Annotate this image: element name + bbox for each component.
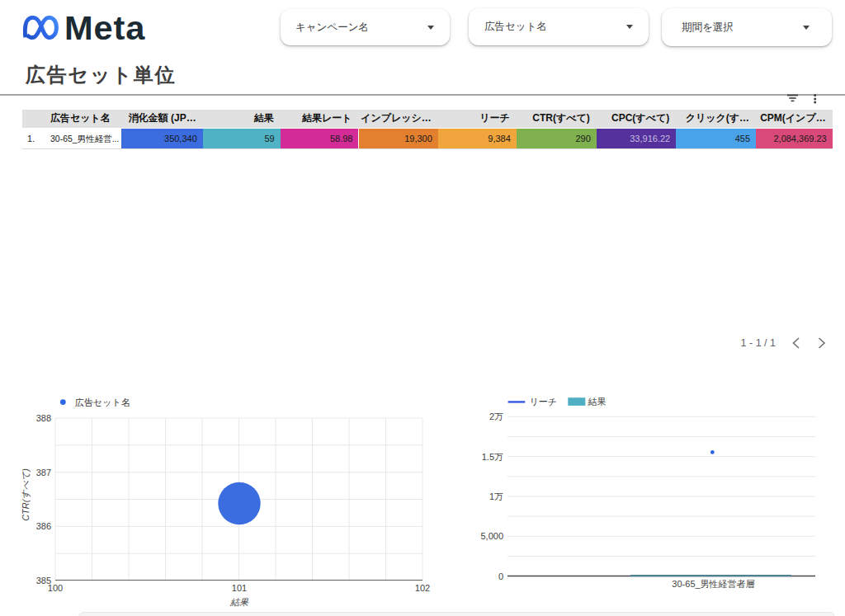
svg-text:101: 101 — [232, 583, 247, 593]
svg-text:100: 100 — [48, 583, 63, 593]
svg-text:1万: 1万 — [489, 491, 503, 501]
svg-text:CTR(すべて): CTR(すべて) — [21, 468, 31, 521]
svg-text:結果: 結果 — [588, 397, 607, 407]
svg-text:388: 388 — [36, 413, 51, 423]
svg-text:386: 386 — [36, 521, 51, 531]
svg-text:102: 102 — [415, 583, 430, 593]
svg-text:387: 387 — [36, 468, 51, 477]
svg-text:30-65_男性経営者層: 30-65_男性経営者層 — [672, 579, 754, 589]
svg-text:5,000: 5,000 — [480, 531, 503, 541]
svg-text:リーチ: リーチ — [529, 397, 557, 407]
svg-text:結果: 結果 — [229, 597, 249, 607]
svg-text:1.5万: 1.5万 — [482, 452, 503, 462]
svg-text:0: 0 — [498, 571, 503, 581]
svg-text:広告セット名: 広告セット名 — [75, 397, 130, 407]
svg-text:2万: 2万 — [489, 411, 503, 421]
